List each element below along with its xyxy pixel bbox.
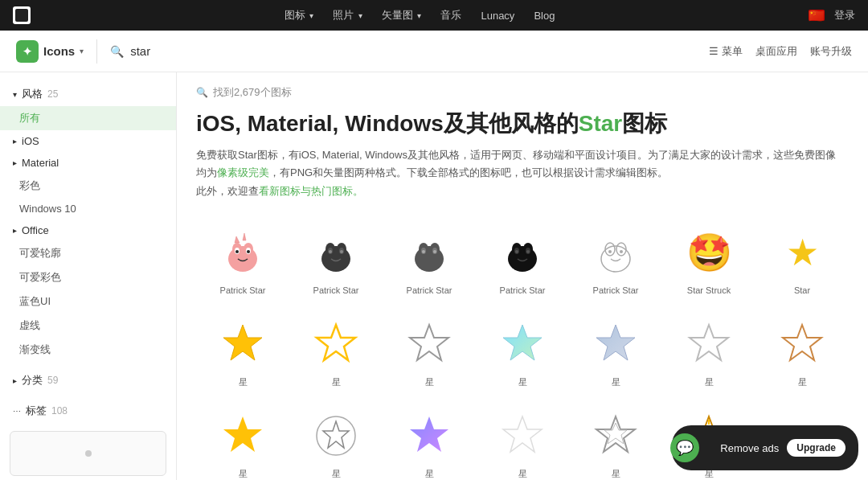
category-section-header[interactable]: ▸ 分类 59 (0, 368, 176, 392)
collection-dot (85, 450, 92, 457)
svg-marker-38 (503, 325, 542, 360)
nav-photos[interactable]: 照片 ▾ (333, 8, 362, 23)
icon-star-row3-1[interactable]: 星 (196, 396, 289, 480)
icon-star-row3-5[interactable]: 星 (569, 396, 662, 480)
icon-star-yellow[interactable]: ★ Star (755, 213, 849, 305)
icon-star-row3-3[interactable]: 星 (383, 396, 476, 480)
desc-link2[interactable]: 看新图标与热门图标。 (259, 185, 363, 197)
svg-point-28 (515, 250, 518, 253)
icon-label-gradient: 星 (612, 376, 620, 388)
site-logo[interactable] (13, 6, 31, 24)
svg-marker-7 (235, 236, 240, 243)
main-layout: ▾ 风格 25 所有 ▸ iOS ▸ Material 彩色 Windows 1… (0, 72, 868, 480)
sidebar-item-all[interactable]: 所有 (0, 106, 176, 130)
upgrade-account-button[interactable]: 账号升级 (810, 44, 852, 59)
nav-music[interactable]: 音乐 (440, 8, 461, 23)
brand-icon: ✦ (16, 40, 39, 63)
icon-star-gold-outline[interactable]: 星 (289, 305, 383, 396)
nav-blog[interactable]: Blog (534, 10, 555, 22)
icon-star-gold-solid[interactable]: 星 (196, 305, 289, 396)
icon-label-star-struck: Star Struck (687, 285, 731, 296)
nav-lunacy[interactable]: Lunacy (481, 10, 514, 22)
icon-star-row3-2[interactable]: 星 (289, 396, 383, 480)
search-input[interactable] (130, 44, 696, 58)
result-search-icon: 🔍 (196, 87, 208, 98)
remove-ads-label: Remove ads (720, 442, 779, 454)
icon-label-outline-plain: 星 (425, 376, 434, 388)
sidebar-item-gradient[interactable]: 渐变线 (0, 338, 176, 362)
content-area: 🔍 找到2,679个图标 iOS, Material, Windows及其他风格… (177, 72, 868, 480)
desc-end: 此外，欢迎查 (196, 185, 259, 197)
icon-star-outline-gray[interactable]: 星 (662, 305, 755, 396)
material-section-header[interactable]: ▸ Material (0, 152, 176, 174)
nav-icons[interactable]: 图标 ▾ (285, 8, 314, 23)
page-title: iOS, Material, Windows及其他风格的Star图标 (196, 109, 849, 138)
icon-img-row3-2 (310, 410, 362, 462)
icon-label-row3-5: 星 (612, 468, 620, 479)
icon-patrick-star-3[interactable]: Patrick Star (383, 213, 476, 305)
ios-section-header[interactable]: ▸ iOS (0, 130, 176, 152)
tag-count: 108 (51, 405, 68, 416)
office-section-header[interactable]: ▸ Office (0, 219, 176, 241)
icon-star-struck[interactable]: 🤩 Star Struck (662, 213, 755, 305)
svg-marker-37 (410, 325, 448, 360)
top-nav-right: 🇨🇳 登录 (809, 8, 855, 23)
sidebar-item-cute-color[interactable]: 可爱彩色 (0, 265, 176, 289)
sidebar-item-color[interactable]: 彩色 (0, 174, 176, 198)
icon-patrick-star-5[interactable]: Patrick Star (569, 213, 662, 305)
svg-point-22 (433, 250, 436, 253)
icon-label-patrick2: Patrick Star (313, 285, 359, 296)
icon-img-patrick2 (310, 227, 362, 278)
brand-logo[interactable]: ✦ Icons ▾ (16, 40, 84, 63)
sidebar-item-cute-outline[interactable]: 可爱轮廓 (0, 241, 176, 265)
tag-section-header[interactable]: ⋯ 标签 108 (0, 399, 176, 423)
icon-star-outline-brown[interactable]: 星 (755, 305, 849, 396)
remove-ads-bar: 💬 Remove ads Upgrade (672, 425, 858, 470)
chat-bubble-icon: 💬 (670, 433, 699, 462)
svg-point-34 (620, 250, 623, 253)
svg-point-14 (329, 250, 332, 253)
style-section-label: 风格 (22, 87, 43, 101)
language-flag[interactable]: 🇨🇳 (809, 10, 825, 21)
tag-section: ⋯ 标签 108 (0, 396, 176, 426)
icon-img-row3-1 (217, 410, 268, 462)
menu-button[interactable]: ☰ 菜单 (709, 44, 743, 59)
icon-label-patrick5: Patrick Star (593, 285, 639, 296)
login-button[interactable]: 登录 (834, 8, 855, 23)
desc-text2: ，有PNG和矢量图两种格式。下载全部格式的图标吧，也可以根据设计需求编辑图标。 (269, 166, 668, 178)
sidebar-item-virtual[interactable]: 虚线 (0, 314, 176, 338)
nav-right-actions: ☰ 菜单 桌面应用 账号升级 (709, 44, 852, 59)
icon-img-row3-5 (590, 410, 641, 462)
desc-link1[interactable]: 像素级完美 (217, 166, 269, 178)
icon-img-outline-gray (683, 318, 735, 370)
desktop-app-button[interactable]: 桌面应用 (755, 44, 797, 59)
icon-patrick-star-4[interactable]: Patrick Star (476, 213, 569, 305)
category-count: 59 (47, 375, 58, 386)
icon-star-row3-4[interactable]: 星 (476, 396, 569, 480)
icon-label-star-yellow: Star (794, 285, 810, 296)
sidebar-item-windows10[interactable]: Windows 10 (0, 198, 176, 219)
icon-star-colorful[interactable]: 星 (476, 305, 569, 396)
title-prefix: iOS, Material, Windows及其他风格的 (196, 111, 579, 136)
icon-grid-row2: 星 星 星 (196, 305, 849, 396)
svg-marker-46 (503, 416, 542, 452)
icon-star-gradient[interactable]: 星 (569, 305, 662, 396)
svg-marker-39 (596, 325, 635, 360)
icon-img-row3-3 (403, 410, 455, 462)
nav-vectors[interactable]: 矢量图 ▾ (382, 8, 422, 23)
svg-marker-35 (223, 325, 262, 360)
upgrade-pill-button[interactable]: Upgrade (787, 439, 845, 457)
sidebar-item-blue-ui[interactable]: 蓝色UI (0, 289, 176, 314)
icon-patrick-star-2[interactable]: Patrick Star (289, 213, 383, 305)
icon-star-outline-plain[interactable]: 星 (383, 305, 476, 396)
icon-img-patrick5 (590, 227, 641, 278)
brand-name: Icons (43, 44, 75, 58)
icon-patrick-star-1[interactable]: Patrick Star (196, 213, 289, 305)
category-section-label: 分类 (22, 373, 43, 388)
style-section-header[interactable]: ▾ 风格 25 (0, 82, 176, 106)
icon-label-row3-3: 星 (425, 468, 434, 479)
top-navigation: 图标 ▾ 照片 ▾ 矢量图 ▾ 音乐 Lunacy Blog 🇨🇳 登录 (0, 0, 868, 31)
brand-dropdown-arrow: ▾ (80, 47, 84, 55)
icon-img-colorful (497, 318, 548, 370)
icon-img-patrick4 (497, 227, 548, 278)
